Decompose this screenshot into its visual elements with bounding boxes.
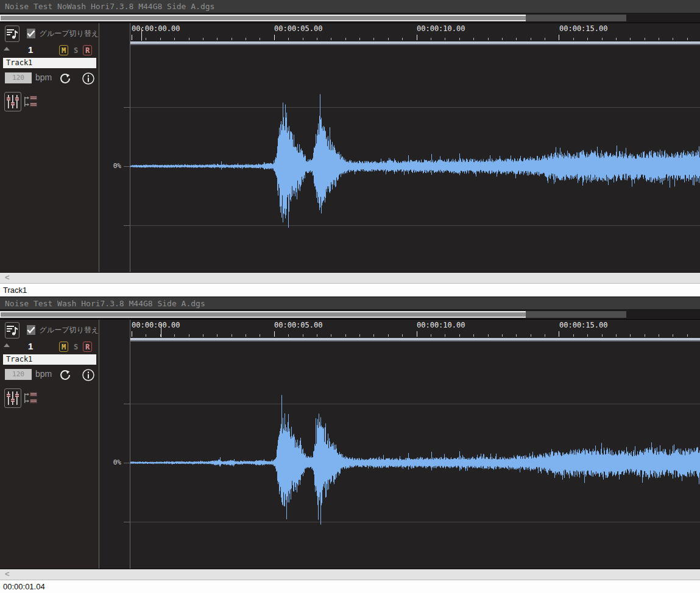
ruler-tick — [359, 38, 360, 40]
time-ruler[interactable]: 00:00:00.0000:00:05.0000:00:10.0000:00:1… — [130, 320, 700, 331]
ruler-tick — [630, 334, 631, 337]
clip-region-bar[interactable] — [130, 337, 700, 342]
bpm-input[interactable]: 120 — [5, 369, 32, 380]
ruler-tick — [431, 334, 431, 337]
ruler-tick — [246, 38, 246, 40]
track-name-input[interactable]: Track1 — [3, 354, 96, 365]
time-ruler-ticks[interactable] — [130, 34, 700, 41]
info-button[interactable] — [82, 72, 95, 85]
waveform-canvas[interactable] — [130, 342, 700, 569]
refresh-button[interactable] — [58, 72, 72, 85]
ruler-tick — [602, 334, 603, 337]
info-icon — [82, 368, 95, 382]
record-button[interactable]: R — [83, 45, 92, 55]
ruler-tick — [559, 331, 559, 337]
group-toggle-label: グループ切り替え — [40, 29, 99, 39]
bpm-input[interactable]: 120 — [5, 72, 32, 83]
time-ruler-ticks[interactable] — [130, 331, 700, 337]
playhead-cursor[interactable] — [141, 28, 142, 41]
ruler-tick — [260, 38, 260, 40]
waveform-display[interactable] — [130, 342, 700, 569]
time-ruler[interactable]: 00:00:00.0000:00:05.0000:00:10.0000:00:1… — [130, 23, 700, 34]
ruler-tick — [232, 38, 232, 40]
track-name-input[interactable]: Track1 — [3, 58, 96, 68]
track-list-button[interactable] — [5, 322, 19, 339]
ruler-timestamp: 00:00:15.00 — [559, 24, 607, 33]
ruler-tick — [317, 38, 317, 40]
ruler-tick — [203, 334, 203, 337]
scrollbar-range-extent — [526, 311, 626, 318]
ruler-timestamp: 00:00:00.00 — [132, 24, 180, 33]
chevron-left-icon[interactable]: < — [5, 569, 10, 578]
track-number: 1 — [28, 341, 33, 351]
mixer-button[interactable] — [4, 92, 21, 111]
track-header: 1 M S R — [0, 44, 99, 57]
ruler-tick — [331, 334, 331, 337]
collapse-bar[interactable]: < — [0, 569, 700, 580]
group-toggle-label: グループ切り替え — [40, 325, 99, 335]
waveform-canvas[interactable] — [130, 46, 700, 272]
track-list-button[interactable] — [5, 26, 19, 42]
ruler-tick — [174, 38, 175, 40]
ruler-tick — [402, 334, 403, 337]
bpm-label: bpm — [35, 72, 52, 82]
ruler-tick — [345, 38, 346, 40]
mute-button[interactable]: M — [59, 45, 68, 55]
ruler-tick — [616, 334, 617, 337]
ruler-tick — [132, 331, 132, 337]
collapse-triangle-icon[interactable] — [4, 343, 10, 347]
routing-icon[interactable] — [23, 96, 39, 109]
group-toggle-checkbox[interactable] — [27, 325, 35, 335]
ruler-tick — [502, 334, 503, 337]
clip-region-bar[interactable] — [130, 41, 700, 46]
window-body: グループ切り替え 1 M S R Track1 120 bpm — [0, 320, 700, 569]
playhead-cursor[interactable] — [161, 325, 161, 337]
scrollbar-thumb[interactable] — [0, 311, 526, 318]
info-button[interactable] — [82, 368, 95, 382]
ruler-tick — [545, 334, 545, 337]
ruler-tick — [260, 334, 260, 337]
amplitude-scale: 0% — [99, 23, 130, 272]
collapse-bar[interactable]: < — [0, 272, 700, 283]
record-button[interactable]: R — [83, 342, 92, 352]
ruler-tick — [659, 334, 659, 337]
group-toggle-checkbox[interactable] — [27, 29, 35, 38]
ruler-tick — [488, 38, 489, 40]
check-icon — [27, 326, 35, 334]
mixer-button[interactable] — [4, 388, 21, 408]
ruler-tick — [559, 35, 559, 40]
ruler-tick — [645, 38, 645, 40]
ruler-tick — [502, 38, 503, 40]
amplitude-scale: 0% — [99, 320, 130, 569]
ruler-timestamp: 00:00:00.00 — [132, 321, 180, 329]
ruler-tick — [146, 38, 146, 40]
solo-button[interactable]: S — [71, 45, 80, 55]
ruler-tick — [274, 35, 275, 40]
zero-percent-label: 0% — [113, 458, 121, 466]
chevron-left-icon[interactable]: < — [5, 273, 10, 282]
panel-toolbar: グループ切り替え — [0, 23, 99, 44]
solo-button[interactable]: S — [71, 342, 80, 352]
scrollbar-thumb[interactable] — [0, 15, 526, 21]
ruler-tick — [573, 38, 574, 40]
refresh-button[interactable] — [58, 368, 72, 382]
horizontal-scrollbar[interactable] — [0, 310, 700, 320]
ruler-tick — [473, 38, 474, 40]
ruler-tick — [616, 38, 617, 40]
scale-tick — [124, 166, 130, 167]
mute-button[interactable]: M — [59, 342, 68, 352]
ruler-tick — [645, 334, 645, 337]
waveform-display[interactable] — [130, 46, 700, 272]
collapse-triangle-icon[interactable] — [4, 47, 10, 51]
scrollbar-range-extent — [526, 15, 626, 21]
ruler-tick — [203, 38, 203, 40]
ruler-tick — [132, 35, 132, 40]
music-list-icon — [6, 325, 18, 336]
ruler-tick — [303, 334, 303, 337]
ruler-tick — [303, 38, 303, 40]
ruler-tick — [359, 334, 360, 337]
ruler-tick — [417, 35, 417, 40]
horizontal-scrollbar[interactable] — [0, 13, 700, 23]
ruler-tick — [373, 38, 374, 40]
routing-icon[interactable] — [23, 392, 39, 405]
